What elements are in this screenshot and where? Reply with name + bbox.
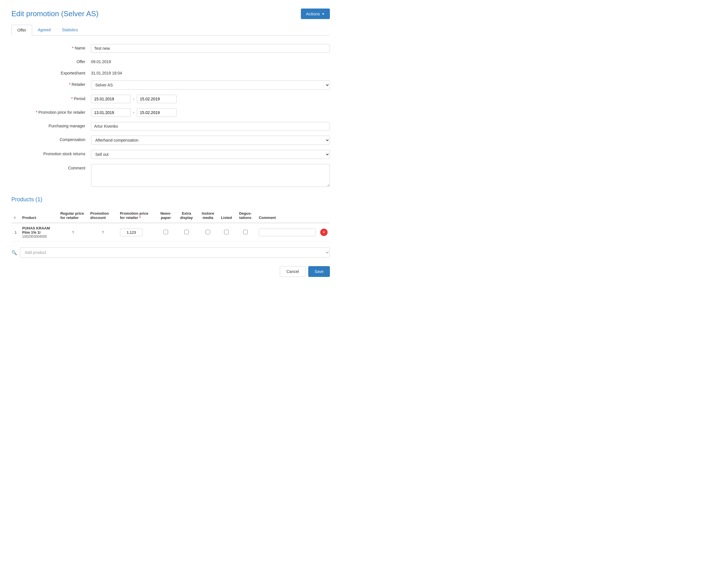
purchasing-input[interactable] <box>91 122 330 131</box>
instore-media-checkbox[interactable] <box>206 230 210 234</box>
save-button[interactable]: Save <box>308 266 330 277</box>
col-promo-discount: Promotion discount <box>88 208 118 223</box>
promo-price-from-input[interactable] <box>91 108 131 117</box>
row-comment-input[interactable] <box>259 229 316 236</box>
row-newspaper <box>156 223 176 242</box>
stock-returns-select[interactable]: Sell out <box>91 150 330 159</box>
col-actions-placeholder <box>318 208 330 223</box>
products-title: Products (1) <box>11 196 330 203</box>
col-listed: Listed <box>219 208 234 223</box>
exported-label: Exported/sent <box>11 69 91 75</box>
exported-row: Exported/sent 31.01.2019 18:04 <box>11 69 330 75</box>
add-product-select[interactable]: Add product <box>20 247 330 258</box>
row-product: PUHAS KRAAM Piim 1% 1l 1002003004005 <box>20 223 58 242</box>
promo-price-period-row: * Promotion price for retailer - <box>11 108 330 117</box>
footer-buttons: Cancel Save <box>11 266 330 277</box>
promo-price-input[interactable] <box>120 229 143 236</box>
name-row: * Name <box>11 44 330 53</box>
col-newspaper: News- paper <box>156 208 176 223</box>
stock-returns-label: Promotion stock returns <box>11 150 91 156</box>
comment-textarea[interactable] <box>91 164 330 187</box>
row-extra-display <box>176 223 197 242</box>
cancel-button[interactable]: Cancel <box>280 266 306 277</box>
comment-label: Comment <box>11 164 91 170</box>
row-promo-discount: ? <box>88 223 118 242</box>
extra-display-checkbox[interactable] <box>184 230 189 234</box>
page-header: Edit promotion (Selver AS) Actions ▼ <box>11 8 330 19</box>
col-regular-price: Regular price for retailer <box>58 208 88 223</box>
delete-row-button[interactable]: × <box>320 229 328 236</box>
row-comment <box>257 223 318 242</box>
col-product: Product <box>20 208 58 223</box>
period-separator: - <box>133 97 134 101</box>
promo-price-period-label: * Promotion price for retailer <box>11 108 91 114</box>
compensation-row: Compensation Afterhand compensation <box>11 136 330 145</box>
purchasing-row: Purchasing manager <box>11 122 330 131</box>
offer-row: Offer 09.01.2019 <box>11 58 330 64</box>
col-comment: Comment <box>257 208 318 223</box>
col-promo-price: Promotion price for retailer * <box>118 208 156 223</box>
offer-value: 09.01.2019 <box>91 58 330 64</box>
row-delete: × <box>318 223 330 242</box>
tab-statistics[interactable]: Statistics <box>56 25 84 35</box>
stock-returns-row: Promotion stock returns Sell out <box>11 150 330 159</box>
products-table: # Product Regular price for retailer Pro… <box>11 208 330 242</box>
exported-value: 31.01.2019 18:04 <box>91 69 330 75</box>
col-num: # <box>11 208 20 223</box>
col-instore-media: Instore media <box>197 208 219 223</box>
row-degustations <box>234 223 257 242</box>
col-degustations: Degus- tations <box>234 208 257 223</box>
actions-caret-icon: ▼ <box>322 12 325 16</box>
tabs-container: Offer Agreed Statistics <box>11 25 330 35</box>
page-container: Edit promotion (Selver AS) Actions ▼ Off… <box>0 0 341 286</box>
period-from-input[interactable] <box>91 95 131 103</box>
row-listed <box>219 223 234 242</box>
search-icon: 🔍 <box>11 250 17 255</box>
retailer-label: * Retailer <box>11 80 91 87</box>
add-product-row: 🔍 Add product <box>11 247 330 258</box>
tab-offer[interactable]: Offer <box>11 25 32 35</box>
col-extra-display: Extra display <box>176 208 197 223</box>
listed-checkbox[interactable] <box>224 230 229 234</box>
tab-agreed[interactable]: Agreed <box>32 25 56 35</box>
period-to-input[interactable] <box>137 95 177 103</box>
retailer-select[interactable]: Selver AS <box>91 80 330 89</box>
table-row: 1 PUHAS KRAAM Piim 1% 1l 1002003004005 ?… <box>11 223 330 242</box>
name-input[interactable] <box>91 44 330 53</box>
compensation-select[interactable]: Afterhand compensation <box>91 136 330 145</box>
period-row: * Period - <box>11 95 330 103</box>
compensation-label: Compensation <box>11 136 91 142</box>
promo-price-separator: - <box>133 110 134 115</box>
offer-label: Offer <box>11 58 91 64</box>
period-label: * Period <box>11 95 91 101</box>
period-inputs: - <box>91 95 330 103</box>
retailer-row: * Retailer Selver AS <box>11 80 330 89</box>
degustations-checkbox[interactable] <box>243 230 248 234</box>
row-num: 1 <box>11 223 20 242</box>
form-section: * Name Offer 09.01.2019 Exported/sent 31… <box>11 44 330 188</box>
actions-button[interactable]: Actions ▼ <box>301 8 330 19</box>
actions-label: Actions <box>306 11 320 16</box>
row-instore-media <box>197 223 219 242</box>
page-title: Edit promotion (Selver AS) <box>11 9 98 18</box>
comment-row: Comment <box>11 164 330 188</box>
promo-price-period-inputs: - <box>91 108 330 117</box>
row-regular-price: ? <box>58 223 88 242</box>
row-promo-price <box>118 223 156 242</box>
purchasing-label: Purchasing manager <box>11 122 91 128</box>
newspaper-checkbox[interactable] <box>163 230 168 234</box>
name-label: * Name <box>11 44 91 50</box>
promo-price-to-input[interactable] <box>137 108 177 117</box>
